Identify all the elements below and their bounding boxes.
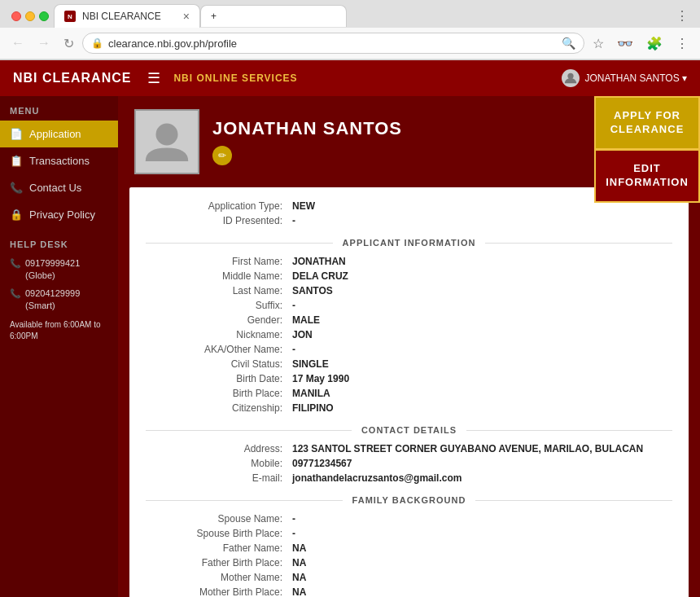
table-row: First Name:JONATHAN	[146, 256, 672, 267]
phone2: 📞 09204129999 (Smart)	[10, 288, 108, 313]
browser-more-button[interactable]: ⋮	[671, 6, 693, 26]
family-section-title: FAMILY BACKGROUND	[343, 495, 476, 505]
availability-text: Available from 6:00AM to 6:00PM	[10, 319, 108, 342]
apply-clearance-button[interactable]: APPLY FOR CLEARANCE	[594, 96, 700, 149]
table-row: Father Birth Place:NA	[146, 557, 672, 568]
field-value: NA	[292, 586, 306, 597]
phone1: 📞 09179999421 (Globe)	[10, 257, 108, 283]
field-label: Father Name:	[146, 542, 292, 554]
field-value: -	[292, 300, 295, 311]
family-section-divider: FAMILY BACKGROUND	[146, 495, 672, 505]
helpdesk-label: HELP DESK	[10, 239, 108, 249]
field-value: DELA CRUZ	[292, 270, 348, 282]
field-label: Birth Place:	[146, 388, 292, 399]
svg-point-0	[568, 73, 574, 79]
table-row: Spouse Name:-	[146, 513, 672, 525]
table-row: Nickname:JON	[146, 329, 672, 340]
family-fields: Spouse Name:-Spouse Birth Place:-Father …	[146, 513, 672, 597]
sidebar-item-contact[interactable]: 📞 Contact Us	[0, 174, 118, 201]
field-value: -	[292, 344, 295, 355]
divider-line-right	[466, 430, 672, 431]
application-type-row: Application Type: NEW	[146, 200, 672, 212]
back-button[interactable]: ←	[7, 33, 29, 53]
menu-label: MENU	[0, 96, 118, 121]
sidebar-item-label: Contact Us	[29, 182, 81, 194]
edit-information-button[interactable]: EDIT INFORMATION	[594, 149, 700, 203]
field-value: NA	[292, 572, 306, 583]
helpdesk-section: HELP DESK 📞 09179999421 (Globe) 📞 092041…	[0, 228, 118, 353]
table-row: Citizenship:FILIPINO	[146, 402, 672, 414]
table-row: Mobile:09771234567	[146, 458, 672, 469]
table-row: Civil Status:SINGLE	[146, 358, 672, 370]
table-row: Father Name:NA	[146, 542, 672, 554]
lock-icon: 🔒	[91, 37, 103, 49]
sidebar-item-label: Application	[29, 128, 81, 140]
field-label: Civil Status:	[146, 358, 292, 370]
field-value: NA	[292, 542, 306, 554]
app-header: NBI CLEARANCE ☰ NBI ONLINE SERVICES JONA…	[0, 60, 700, 96]
field-value: 123 SANTOL STREET CORNER GUYABANO AVENUE…	[292, 443, 643, 454]
id-presented-value: -	[292, 215, 295, 226]
contact-icon: 📞	[10, 182, 23, 194]
table-row: E-mail:jonathandelacruzsantos@gmail.com	[146, 472, 672, 484]
close-traffic-light[interactable]	[11, 11, 21, 21]
sidebar-item-privacy[interactable]: 🔒 Privacy Policy	[0, 201, 118, 228]
field-label: First Name:	[146, 256, 292, 267]
sidebar-item-transactions[interactable]: 📋 Transactions	[0, 147, 118, 174]
field-value: SINGLE	[292, 358, 329, 370]
search-icon: 🔍	[562, 37, 575, 50]
browser-tab[interactable]: N NBI CLEARANCE ×	[54, 4, 200, 28]
address-bar[interactable]: 🔒 clearance.nbi.gov.ph/profile 🔍	[82, 33, 584, 54]
field-label: Middle Name:	[146, 270, 292, 282]
forward-button[interactable]: →	[33, 33, 55, 53]
field-label: Spouse Birth Place:	[146, 528, 292, 539]
close-tab-button[interactable]: ×	[183, 10, 190, 23]
header-username[interactable]: JONATHAN SANTOS ▾	[584, 72, 687, 84]
reader-button[interactable]: 👓	[612, 33, 638, 54]
reload-button[interactable]: ↻	[59, 33, 79, 54]
table-row: Mother Birth Place:NA	[146, 586, 672, 597]
extensions-button[interactable]: 🧩	[641, 33, 667, 54]
header-nav-link[interactable]: NBI ONLINE SERVICES	[173, 72, 562, 84]
table-row: Address:123 SANTOL STREET CORNER GUYABAN…	[146, 443, 672, 454]
profile-edit-icon[interactable]: ✏	[212, 146, 232, 165]
field-value: 09771234567	[292, 458, 352, 469]
field-label: Citizenship:	[146, 402, 292, 414]
field-label: Spouse Name:	[146, 513, 292, 525]
field-label: Father Birth Place:	[146, 557, 292, 568]
browser-settings-button[interactable]: ⋮	[671, 33, 693, 54]
new-tab-button[interactable]: +	[200, 5, 347, 27]
privacy-icon: 🔒	[10, 209, 23, 221]
hamburger-button[interactable]: ☰	[147, 69, 160, 87]
field-label: Nickname:	[146, 329, 292, 340]
transactions-icon: 📋	[10, 155, 23, 167]
header-user: JONATHAN SANTOS ▾	[562, 69, 687, 87]
url-text: clearance.nbi.gov.ph/profile	[108, 37, 557, 50]
sidebar-item-label: Privacy Policy	[29, 209, 95, 221]
minimize-traffic-light[interactable]	[25, 11, 35, 21]
browser-nav-bar: ← → ↻ 🔒 clearance.nbi.gov.ph/profile 🔍 ☆…	[0, 28, 700, 59]
maximize-traffic-light[interactable]	[39, 11, 49, 21]
sidebar-item-application[interactable]: 📄 Application	[0, 121, 118, 147]
field-value: 17 May 1990	[292, 373, 349, 384]
field-value: jonathandelacruzsantos@gmail.com	[292, 472, 462, 484]
field-label: AKA/Other Name:	[146, 344, 292, 355]
content-card: Application Type: NEW ID Presented: - AP…	[129, 187, 689, 597]
profile-avatar	[134, 109, 199, 174]
svg-point-2	[156, 124, 178, 146]
contact-section-divider: CONTACT DETAILS	[146, 425, 672, 435]
table-row: Birth Date:17 May 1990	[146, 373, 672, 384]
field-value: NA	[292, 557, 306, 568]
table-row: Mother Name:NA	[146, 572, 672, 583]
field-value: FILIPINO	[292, 402, 334, 414]
application-type-value: NEW	[292, 200, 315, 212]
bookmark-button[interactable]: ☆	[588, 33, 609, 54]
app-logo: NBI CLEARANCE	[13, 71, 131, 86]
app-body: MENU 📄 Application 📋 Transactions 📞 Cont…	[0, 96, 700, 597]
field-label: E-mail:	[146, 472, 292, 484]
tab-title: NBI CLEARANCE	[82, 11, 161, 22]
sidebar: MENU 📄 Application 📋 Transactions 📞 Cont…	[0, 96, 118, 597]
contact-section-title: CONTACT DETAILS	[352, 425, 466, 435]
application-type-section: Application Type: NEW ID Presented: -	[146, 200, 672, 226]
table-row: Gender:MALE	[146, 314, 672, 326]
